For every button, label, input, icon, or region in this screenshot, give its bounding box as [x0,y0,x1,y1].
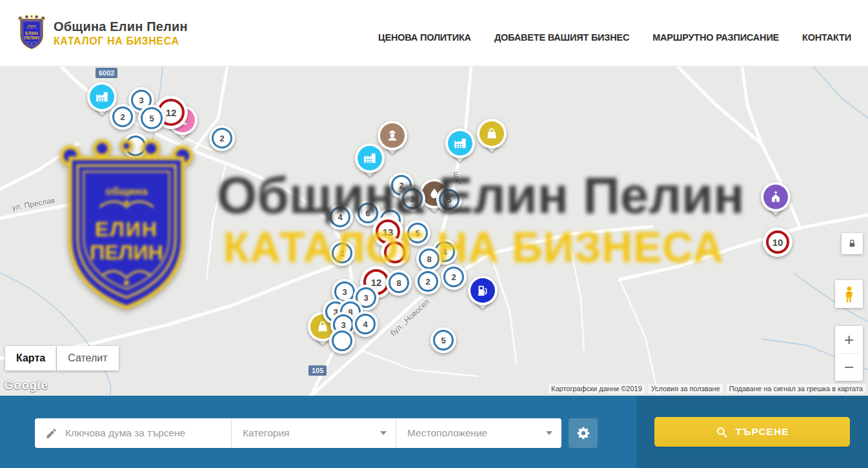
cluster-marker[interactable]: 2 [415,269,441,294]
pegman-icon [840,285,858,303]
caret-down-icon [380,431,387,435]
search-icon [716,426,728,438]
factory-pin-marker[interactable] [445,128,475,170]
search-bar-right: ТЪРСЕНЕ [636,396,868,468]
cluster-marker[interactable]: 3 [399,186,425,212]
factory-pin-marker[interactable] [355,143,385,185]
cluster-marker[interactable]: 2 [329,240,355,266]
cluster-marker[interactable]: 4 [352,311,378,337]
attribution-copyright: Картографски данни ©2019 [549,384,645,393]
map-canvas[interactable]: ул. Преславбул. „Новоселщи“6002105321252… [0,66,868,396]
lock-icon [847,239,857,249]
municipality-crest-logo: община ЕЛИН ПЕЛИН [17,14,46,52]
keyword-search-input[interactable] [64,427,223,440]
cluster-marker[interactable]: 4 [327,204,353,230]
cluster-marker[interactable]: 8 [386,270,412,296]
gear-icon [576,426,590,440]
location-select-value: Местоположение [407,427,487,439]
cluster-marker[interactable]: 5 [430,327,456,353]
site-logo[interactable]: община ЕЛИН ПЕЛИН Община Елин Пелин КАТА… [17,14,188,52]
map-type-map-button[interactable]: Карта [5,346,56,371]
header: община ЕЛИН ПЕЛИН Община Елин Пелин КАТА… [0,0,868,66]
cluster-marker[interactable]: 2 [110,104,136,130]
cluster-marker[interactable] [381,238,409,267]
cluster-marker[interactable]: 2 [441,264,467,290]
cluster-marker[interactable] [123,133,148,159]
pencil-icon [45,427,57,440]
street-view-pegman-button[interactable] [835,280,863,308]
site-title: Община Елин Пелин [54,19,188,34]
lock-button[interactable] [842,233,863,254]
zoom-out-button[interactable]: − [835,354,863,381]
nav-add-your-business[interactable]: ДОБАВЕТЕ ВАШИЯТ БИЗНЕС [494,32,629,43]
search-panel: Категория Местоположение [35,418,561,448]
cluster-marker[interactable]: 5 [436,187,462,212]
cluster-marker[interactable]: 5 [138,105,165,132]
map-type-satellite-button[interactable]: Сателит [57,346,118,371]
main-nav: ЦЕНОВА ПОЛИТИКА ДОБАВЕТЕ ВАШИЯТ БИЗНЕС М… [378,23,851,43]
search-bar: Категория Местоположение Т [0,396,868,468]
cluster-marker[interactable]: 5 [405,220,430,246]
category-select-value: Категория [243,427,289,439]
site-subtitle: КАТАЛОГ НА БИЗНЕСА [54,36,188,47]
nav-contacts[interactable]: КОНТАКТИ [802,32,851,43]
page: община ЕЛИН ПЕЛИН Община Елин Пелин КАТА… [0,0,868,468]
logo-text: Община Елин Пелин КАТАЛОГ НА БИЗНЕСА [54,19,188,47]
map-attribution: Картографски данни ©2019 Условия за полз… [549,384,865,393]
advanced-settings-button[interactable] [569,418,598,448]
bag-pin-marker[interactable] [477,119,507,160]
map-type-control: Карта Сателит [5,346,119,371]
cluster-marker[interactable] [329,328,355,354]
markers-layer: 32125223564713524821282333834510 [0,66,868,396]
keyword-field[interactable] [35,418,231,448]
cluster-marker[interactable]: 8 [416,246,442,272]
zoom-control: + − [835,326,863,381]
crest-name-line2: ПЕЛИН [25,36,39,40]
nav-pricing-policy[interactable]: ЦЕНОВА ПОЛИТИКА [378,32,471,43]
category-select[interactable]: Категория [231,418,396,448]
fuel-pin-marker[interactable] [468,276,498,317]
crest-town-word: община [27,25,35,27]
location-select[interactable]: Местоположение [396,418,561,448]
crest-name-line1: ЕЛИН [25,31,38,36]
search-button[interactable]: ТЪРСЕНЕ [654,417,850,447]
nav-route-schedule[interactable]: МАРШРУТНО РАЗПИСАНИЕ [652,32,779,43]
zoom-in-button[interactable]: + [835,326,863,353]
report-map-error-link[interactable]: Подаване на сигнал за грешка в картата [727,384,865,393]
church-pin-marker[interactable] [761,182,791,223]
google-logo[interactable]: Google [4,378,48,392]
terms-of-use-link[interactable]: Условия за ползване [649,384,723,393]
search-bar-left: Категория Местоположение [0,396,636,468]
search-button-label: ТЪРСЕНЕ [736,426,789,438]
caret-down-icon [546,431,552,435]
cluster-marker[interactable]: 2 [209,125,235,151]
cluster-marker[interactable]: 10 [763,227,792,257]
